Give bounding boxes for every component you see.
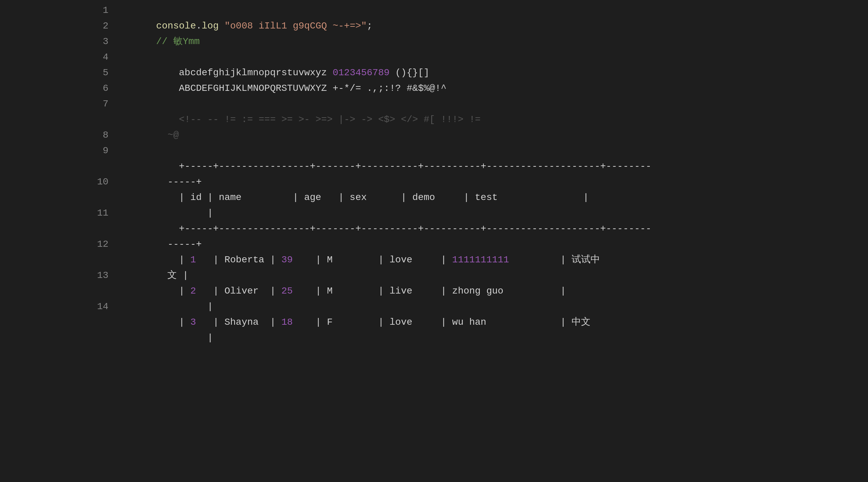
table-header-row: | id | name | age | sex | demo | test |: [156, 192, 589, 203]
line-num-11b: [0, 221, 108, 237]
code-digits: 0123456789: [333, 67, 390, 78]
line-8: [122, 127, 868, 143]
table-row3-id: 3: [190, 317, 196, 327]
table-row3-age: 18: [282, 317, 293, 327]
line-num-9b: [0, 159, 108, 174]
line-3: [122, 34, 868, 49]
line-12-row1: | 1 | Roberta | 39 | M | love | 11111111…: [122, 237, 868, 252]
table-row1-end: | 试试中: [509, 255, 600, 265]
table-row1-pipe1: |: [156, 255, 190, 265]
line-num-14b: [0, 315, 108, 330]
line-num-11: 11: [0, 205, 108, 221]
table-row1-age: 39: [282, 255, 293, 265]
line-num-9: 9: [0, 143, 108, 159]
line-num-2: 2: [0, 18, 108, 34]
line-num-5: 5: [0, 65, 108, 81]
table-row3-cont: |: [156, 333, 213, 343]
table-row1-rest: | M | love |: [293, 255, 452, 265]
line-num-7: 7: [0, 96, 108, 112]
code-ligatures-cont: ~@: [156, 130, 179, 140]
line-num-10: 10: [0, 174, 108, 190]
code-string-1: "o008 iIlL1 g9qCGQ ~-+=>": [225, 21, 367, 31]
table-row1-test: 1111111111: [452, 255, 509, 265]
editor-container: 1 2 3 4 5 6 7 8 9 10 11 12 13 14 console…: [0, 0, 868, 482]
line-1: console.log "o008 iIlL1 g9qCGQ ~-+=>";: [122, 3, 868, 18]
line-4: abcdefghijklmnopqrstuvwxyz 0123456789 ()…: [122, 49, 868, 65]
line-num-13b: [0, 283, 108, 299]
line-14-row3: | 3 | Shayna | 18 | F | love | wu han | …: [122, 299, 868, 315]
table-row3-pipe1: |: [156, 317, 190, 327]
table-row1-id: 1: [190, 255, 196, 265]
line-num-10b: [0, 190, 108, 205]
line-num-14: 14: [0, 299, 108, 315]
table-row2-rest: | M | live | zhong guo |: [293, 286, 566, 296]
table-border-mid-cont: -----+: [156, 239, 202, 249]
code-area[interactable]: console.log "o008 iIlL1 g9qCGQ ~-+=>"; /…: [115, 0, 868, 482]
code-ligatures: <!-- -- != := === >= >- >=> |-> -> <$> <…: [156, 114, 481, 125]
line-13-row2: | 2 | Oliver | 25 | M | live | zhong guo…: [122, 268, 868, 283]
line-num-12: 12: [0, 237, 108, 252]
table-row2-id: 2: [190, 286, 196, 296]
line-numbers: 1 2 3 4 5 6 7 8 9 10 11 12 13 14: [0, 0, 115, 482]
table-header-row-cont: |: [156, 208, 213, 218]
line-7: <!-- -- != := === >= >- >=> |-> -> <$> <…: [122, 96, 868, 112]
code-log: log: [202, 21, 219, 31]
table-row2-pipe1: |: [156, 286, 190, 296]
line-11-border: +-----+----------------+-------+--------…: [122, 205, 868, 221]
table-row1-mid: | Roberta |: [196, 255, 281, 265]
table-row2-mid: | Oliver |: [196, 286, 281, 296]
table-row2-age: 25: [282, 286, 293, 296]
line-num-6: 6: [0, 81, 108, 96]
line-num-13: 13: [0, 268, 108, 283]
line-num-7b: [0, 112, 108, 127]
table-row3-mid: | Shayna |: [196, 317, 281, 327]
line-num-12b: [0, 252, 108, 268]
line-num-3: 3: [0, 34, 108, 49]
code-comment: // 敏Ymm: [156, 36, 200, 47]
code-brackets: (){}[]: [390, 67, 430, 78]
table-row2-cont: |: [156, 301, 213, 312]
table-row3-rest: | F | love | wu han | 中文: [293, 317, 591, 327]
line-num-1: 1: [0, 3, 108, 18]
line-10-header: | id | name | age | sex | demo | test |: [122, 174, 868, 190]
table-border-top-cont: -----+: [156, 177, 202, 187]
table-row1-cont: 文 |: [156, 270, 188, 281]
code-lower-alpha: abcdefghijklmnopqrstuvwxyz: [156, 67, 333, 78]
table-border-top: +-----+----------------+-------+--------…: [156, 161, 652, 172]
code-upper-alpha: ABCDEFGHIJKLMNOPQRSTUVWXYZ +-*/= .,;:!? …: [156, 83, 447, 94]
line-9-border: +-----+----------------+-------+--------…: [122, 143, 868, 159]
table-border-mid: +-----+----------------+-------+--------…: [156, 223, 652, 234]
line-num-4: 4: [0, 49, 108, 65]
code-console: console: [156, 21, 196, 31]
line-num-8: 8: [0, 127, 108, 143]
